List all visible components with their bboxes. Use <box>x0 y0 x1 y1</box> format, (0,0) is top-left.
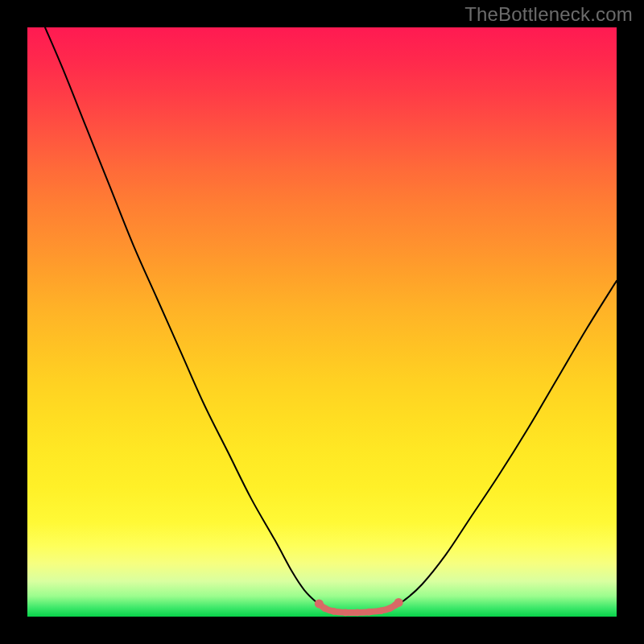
accent-dot <box>394 598 403 607</box>
accent-dot <box>378 607 385 614</box>
accent-dot <box>354 609 361 617</box>
watermark-text: TheBottleneck.com <box>464 3 633 26</box>
chart-stage: TheBottleneck.com <box>0 0 644 644</box>
accent-dot <box>365 609 373 616</box>
accent-dot <box>342 609 349 617</box>
curve-floor-dots <box>315 598 403 616</box>
accent-dot <box>330 608 337 615</box>
plot-area <box>27 27 617 617</box>
curve-layer <box>27 27 617 617</box>
accent-dot <box>386 605 394 612</box>
curve-left-branch <box>45 27 325 608</box>
curve-right-branch <box>393 281 617 608</box>
accent-dot <box>321 605 328 612</box>
